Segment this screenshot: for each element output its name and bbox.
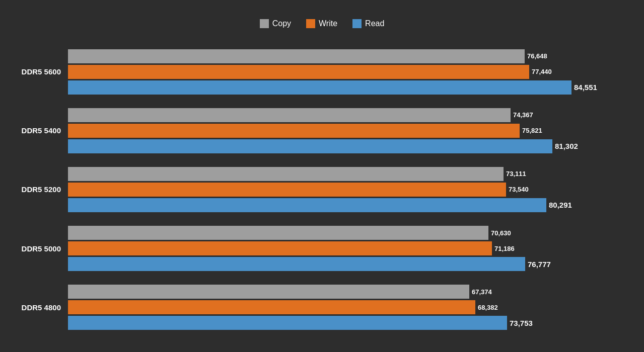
- chart-row: DDR5 540074,36775,82181,302: [15, 108, 629, 153]
- bar-value-write: 71,186: [494, 245, 515, 252]
- bar-value-read: 80,291: [549, 201, 572, 209]
- bar-row-read: 81,302: [68, 139, 629, 153]
- bar-read: [68, 139, 552, 153]
- legend-item-write: Write: [306, 19, 337, 28]
- write-legend-label: Write: [319, 19, 337, 28]
- bar-read: [68, 80, 571, 95]
- bar-write: [68, 241, 492, 255]
- bar-row-write: 71,186: [68, 241, 629, 255]
- bar-row-read: 80,291: [68, 198, 629, 212]
- bar-copy: [68, 49, 525, 63]
- legend: CopyWriteRead: [260, 19, 385, 28]
- row-label: DDR5 4800: [15, 303, 68, 312]
- bar-value-read: 81,302: [555, 142, 578, 150]
- bar-row-read: 84,551: [68, 80, 629, 95]
- bar-value-copy: 73,111: [506, 170, 526, 178]
- bar-write: [68, 183, 506, 197]
- write-legend-color: [306, 19, 315, 28]
- bars-group: 74,36775,82181,302: [68, 108, 629, 153]
- bar-write: [68, 124, 520, 138]
- bar-copy: [68, 226, 488, 240]
- bar-row-copy: 76,648: [68, 49, 629, 63]
- read-legend-color: [352, 19, 362, 28]
- chart-row: DDR5 520073,11173,54080,291: [15, 167, 629, 212]
- copy-legend-label: Copy: [272, 19, 291, 28]
- bar-row-read: 73,753: [68, 316, 629, 330]
- bar-copy: [68, 285, 469, 299]
- bar-copy: [68, 167, 504, 181]
- bar-value-copy: 76,648: [527, 52, 547, 60]
- read-legend-label: Read: [365, 19, 384, 28]
- bar-value-write: 73,540: [509, 186, 529, 193]
- bars-group: 67,37468,38273,753: [68, 285, 629, 330]
- bar-value-copy: 70,630: [491, 229, 511, 237]
- bar-value-copy: 74,367: [513, 111, 533, 119]
- bar-value-read: 73,753: [510, 319, 533, 327]
- chart-row: DDR5 500070,63071,18676,777: [15, 226, 629, 271]
- bar-row-write: 77,440: [68, 65, 629, 79]
- bar-value-copy: 67,374: [472, 288, 492, 296]
- bar-row-write: 73,540: [68, 183, 629, 197]
- bar-value-write: 75,821: [522, 127, 542, 134]
- bar-value-read: 84,551: [574, 83, 597, 92]
- row-label: DDR5 5400: [15, 126, 68, 135]
- bar-value-read: 76,777: [528, 260, 551, 269]
- bar-read: [68, 198, 546, 212]
- row-label: DDR5 5200: [15, 185, 68, 194]
- bar-row-write: 75,821: [68, 124, 629, 138]
- legend-item-copy: Copy: [260, 19, 291, 28]
- legend-item-read: Read: [352, 19, 384, 28]
- bar-read: [68, 316, 507, 330]
- bar-row-read: 76,777: [68, 257, 629, 271]
- bars-group: 76,64877,44084,551: [68, 49, 629, 95]
- bar-row-copy: 67,374: [68, 285, 629, 299]
- bar-write: [68, 300, 475, 314]
- bar-write: [68, 65, 529, 79]
- bar-copy: [68, 108, 511, 122]
- bars-group: 73,11173,54080,291: [68, 167, 629, 212]
- bar-row-copy: 74,367: [68, 108, 629, 122]
- copy-legend-color: [260, 19, 269, 28]
- chart-row: DDR5 560076,64877,44084,551: [15, 49, 629, 95]
- bar-row-copy: 73,111: [68, 167, 629, 181]
- chart-area: DDR5 560076,64877,44084,551DDR5 540074,3…: [15, 42, 629, 337]
- row-label: DDR5 5000: [15, 244, 68, 253]
- bar-row-copy: 70,630: [68, 226, 629, 240]
- bar-value-write: 77,440: [532, 68, 552, 75]
- bar-read: [68, 257, 525, 271]
- bars-group: 70,63071,18676,777: [68, 226, 629, 271]
- bar-value-write: 68,382: [478, 304, 498, 311]
- chart-row: DDR5 480067,37468,38273,753: [15, 285, 629, 330]
- bar-row-write: 68,382: [68, 300, 629, 314]
- row-label: DDR5 5600: [15, 67, 68, 76]
